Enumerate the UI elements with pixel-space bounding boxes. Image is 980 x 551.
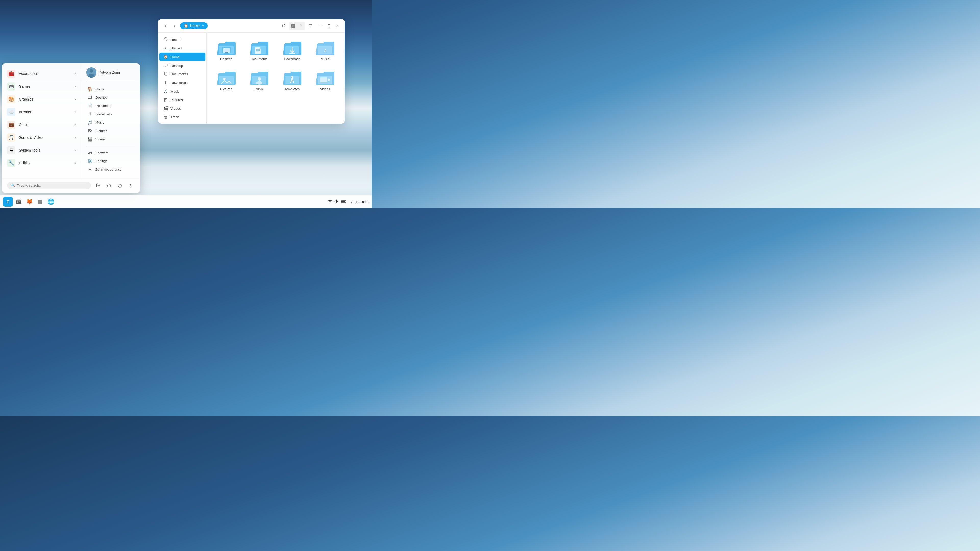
games-icon: 🎮: [7, 83, 15, 91]
quick-link-documents[interactable]: 📄 Documents: [86, 102, 135, 110]
svg-line-7: [285, 27, 285, 27]
fm-view-dropdown-button[interactable]: [297, 22, 305, 30]
svg-marker-54: [334, 200, 336, 203]
taskbar-software[interactable]: 🌐: [46, 197, 56, 206]
downloads-sidebar-icon: ⬇: [163, 80, 168, 85]
quick-link-music[interactable]: 🎵 Music: [86, 118, 135, 127]
fm-search-button[interactable]: [280, 22, 288, 30]
category-utilities[interactable]: 🔧 Utilities ›: [2, 157, 81, 169]
sidebar-item-starred[interactable]: ★ Starred: [159, 44, 205, 52]
folder-documents[interactable]: Documents: [245, 38, 274, 64]
folder-downloads[interactable]: Downloads: [278, 38, 307, 64]
sidebar-item-music[interactable]: 🎵 Music: [159, 87, 205, 96]
starred-icon: ★: [163, 46, 168, 51]
documents-sidebar-icon: [163, 72, 168, 76]
sidebar-item-downloads-label: Downloads: [170, 81, 188, 85]
svg-rect-49: [320, 77, 327, 83]
folder-public[interactable]: Public: [245, 68, 274, 94]
quick-link-software[interactable]: 🛍 Software: [86, 149, 135, 157]
category-system-tools[interactable]: 🖥 System Tools ›: [2, 144, 81, 157]
downloads-folder-label: Downloads: [284, 57, 300, 61]
power-button[interactable]: [126, 181, 135, 190]
taskbar-nautilus[interactable]: [35, 197, 45, 206]
lock-button[interactable]: [105, 181, 113, 190]
settings-icon: ⚙️: [87, 159, 92, 164]
sidebar-item-trash-label: Trash: [170, 115, 179, 119]
fm-body: Recent ★ Starred 🏠 Home Desktop: [158, 33, 345, 124]
minimize-button[interactable]: [318, 22, 325, 29]
quick-link-pictures[interactable]: 🖼 Pictures: [86, 127, 135, 135]
svg-rect-10: [291, 26, 293, 27]
category-internet[interactable]: ☁️ Internet ›: [2, 106, 81, 118]
quick-link-home[interactable]: 🏠 Home: [86, 85, 135, 94]
quick-link-zorin-appearance[interactable]: ✦ Zorin Appearance: [86, 165, 135, 174]
sidebar-item-pictures-label: Pictures: [170, 98, 183, 102]
taskbar-clock: Apr 12 18:18: [350, 200, 369, 203]
folder-videos[interactable]: Videos: [310, 68, 339, 94]
quick-link-videos[interactable]: 🎬 Videos: [86, 135, 135, 143]
taskbar-zorin-menu[interactable]: Z: [3, 197, 13, 206]
home-location-icon: 🏠: [184, 24, 188, 28]
quick-link-downloads[interactable]: ⬇ Downloads: [86, 110, 135, 118]
search-box[interactable]: 🔍: [7, 182, 91, 189]
category-office[interactable]: 💼 Office ›: [2, 118, 81, 131]
graphics-label: Graphics: [19, 97, 71, 101]
svg-point-39: [223, 78, 226, 80]
logout-button[interactable]: [94, 181, 103, 190]
fm-content: Desktop Documents: [207, 33, 345, 124]
office-icon: 💼: [7, 121, 15, 129]
office-arrow: ›: [75, 123, 76, 127]
videos-folder-icon: [316, 70, 334, 86]
sidebar-item-videos[interactable]: 🎬 Videos: [159, 104, 205, 113]
sidebar-item-trash[interactable]: 🗑 Trash: [159, 113, 205, 121]
videos-sidebar-icon: 🎬: [163, 106, 168, 111]
fm-menu-button[interactable]: [306, 22, 314, 30]
folder-pictures[interactable]: Pictures: [212, 68, 241, 94]
sidebar-item-documents[interactable]: Documents: [159, 70, 205, 78]
sidebar-item-pictures[interactable]: 🖼 Pictures: [159, 96, 205, 104]
internet-label: Internet: [19, 110, 71, 114]
folder-desktop[interactable]: Desktop: [212, 38, 241, 64]
maximize-button[interactable]: [326, 22, 333, 29]
music-sidebar-icon: 🎵: [163, 89, 168, 94]
fm-forward-button[interactable]: [171, 22, 178, 29]
quick-link-settings[interactable]: ⚙️ Settings: [86, 157, 135, 165]
fm-back-button[interactable]: [162, 22, 169, 29]
category-sound-video[interactable]: 🎵 Sound & Video ›: [2, 131, 81, 144]
folder-templates[interactable]: Templates: [278, 68, 307, 94]
user-profile[interactable]: Artyom Zorin: [86, 67, 135, 81]
restart-button[interactable]: [115, 181, 124, 190]
pictures-icon: 🖼: [87, 129, 92, 133]
category-accessories[interactable]: 🧰 Accessories ›: [2, 67, 81, 80]
taskbar-files[interactable]: [14, 197, 24, 206]
close-button[interactable]: [334, 22, 341, 29]
internet-icon: ☁️: [7, 108, 15, 116]
videos-folder-label: Videos: [320, 87, 330, 91]
sidebar-item-home[interactable]: 🏠 Home: [159, 52, 205, 61]
fm-location-bar[interactable]: 🏠 Home ▼: [180, 22, 208, 29]
downloads-link-label: Downloads: [95, 112, 112, 116]
music-folder-label: Music: [321, 57, 329, 61]
fm-grid-view-button[interactable]: [289, 22, 297, 30]
graphics-arrow: ›: [75, 97, 76, 101]
sidebar-item-recent[interactable]: Recent: [159, 35, 205, 44]
recent-icon: [163, 37, 168, 42]
desktop-folder-label: Desktop: [220, 57, 232, 61]
search-input[interactable]: [17, 184, 87, 187]
pictures-folder-icon: [217, 70, 235, 86]
app-menu-footer: 🔍: [2, 178, 140, 193]
sidebar-item-desktop[interactable]: Desktop: [159, 61, 205, 70]
pictures-sidebar-icon: 🖼: [163, 98, 168, 102]
pictures-folder-label: Pictures: [220, 87, 232, 91]
taskbar: Z 🦊 🌐: [0, 195, 372, 208]
taskbar-firefox[interactable]: 🦊: [24, 197, 34, 206]
svg-rect-11: [293, 26, 294, 27]
location-dropdown-arrow: ▼: [202, 24, 204, 27]
quick-link-desktop[interactable]: 🗔 Desktop: [86, 94, 135, 102]
sidebar-item-downloads[interactable]: ⬇ Downloads: [159, 78, 205, 87]
category-graphics[interactable]: 🎨 Graphics ›: [2, 93, 81, 106]
zorin-appearance-icon: ✦: [87, 167, 92, 172]
folder-music[interactable]: ♪ Music: [310, 38, 339, 64]
category-games[interactable]: 🎮 Games ›: [2, 80, 81, 93]
app-menu-right-panel: Artyom Zorin 🏠 Home 🗔 Desktop 📄 Document…: [81, 63, 140, 178]
